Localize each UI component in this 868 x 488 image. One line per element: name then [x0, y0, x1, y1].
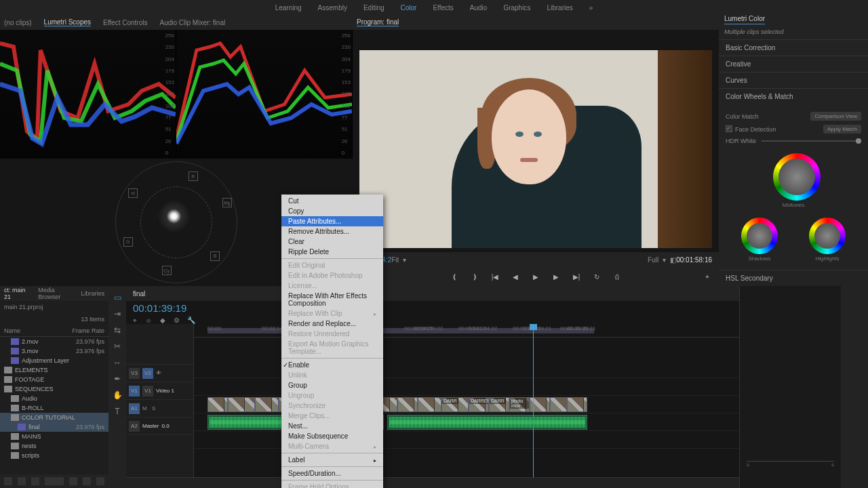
ctx-render-and-replace[interactable]: Render and Replace...	[281, 319, 383, 329]
project-tab[interactable]: Media Browser	[38, 287, 71, 300]
track-v2-target[interactable]: V2	[142, 368, 153, 379]
ctx-make-subsequence[interactable]: Make Subsequence	[281, 431, 383, 441]
video-clip[interactable]	[208, 397, 228, 412]
program-display[interactable]	[359, 50, 712, 248]
slip-tool[interactable]: ↔	[113, 358, 122, 367]
project-item[interactable]: COLOR TUTORIAL	[0, 413, 108, 422]
ctx-speed-duration[interactable]: Speed/Duration...	[281, 468, 383, 479]
workspace-learning[interactable]: Learning	[275, 4, 302, 12]
project-tab[interactable]: ct: main 21	[4, 287, 28, 300]
project-item[interactable]: 2.mov23.976 fps	[0, 337, 108, 346]
highlights-wheel[interactable]	[809, 218, 846, 254]
track-v3-source[interactable]: V3	[129, 368, 140, 379]
ctx-group[interactable]: Group	[281, 380, 383, 390]
track-a2-target[interactable]: A2	[129, 421, 140, 432]
col-name[interactable]: Name	[4, 327, 72, 334]
selection-tool[interactable]: ▭	[113, 293, 122, 302]
sec-basic-correction[interactable]: Basic Correction	[719, 39, 868, 56]
ripple-tool[interactable]: ⇆	[113, 325, 122, 335]
workspace-more-icon[interactable]: »	[589, 4, 593, 12]
workspace-graphics[interactable]: Graphics	[503, 4, 530, 12]
sec-creative[interactable]: Creative	[719, 56, 868, 72]
ctx-copy[interactable]: Copy	[281, 206, 383, 216]
project-tab[interactable]: Libraries	[81, 290, 104, 297]
video-clip[interactable]: DARR	[441, 397, 469, 412]
project-item[interactable]: scripts	[0, 451, 108, 460]
audio-meters[interactable]	[841, 286, 868, 488]
sec-color-wheels[interactable]: Color Wheels & Match	[719, 88, 868, 104]
timeline-ruler[interactable]: 00:0000:00:14:2200:00:29:2100:00:59:2200…	[194, 324, 739, 338]
mark-out-icon[interactable]: ❫	[470, 272, 479, 281]
project-item[interactable]: nests	[0, 441, 108, 451]
project-item[interactable]: ELEMENTS	[0, 365, 108, 375]
track-v2-eye-icon[interactable]: 👁	[156, 370, 163, 377]
workspace-effects[interactable]: Effects	[433, 4, 453, 12]
icon-view-icon[interactable]	[18, 477, 26, 485]
workspace-assembly[interactable]: Assembly	[318, 4, 347, 12]
ctx-replace-with-after-effects-composition[interactable]: Replace With After Effects Composition	[281, 291, 383, 308]
button-editor-icon[interactable]: +	[703, 272, 712, 281]
tab-effect-controls[interactable]: Effect Controls	[103, 19, 147, 26]
ctx-cut[interactable]: Cut	[281, 196, 383, 206]
track-a1[interactable]	[194, 413, 739, 431]
timeline-zoom-scrollbar[interactable]	[126, 477, 739, 488]
workspace-color[interactable]: Color	[401, 4, 417, 12]
step-fwd-icon[interactable]: ▶	[551, 272, 561, 281]
go-out-icon[interactable]: ▶|	[572, 272, 581, 281]
pen-tool[interactable]: ✒	[113, 374, 122, 384]
sec-hsl-secondary[interactable]: HSL Secondary	[719, 270, 868, 286]
playhead[interactable]	[533, 324, 534, 477]
workspace-editing[interactable]: Editing	[363, 4, 384, 12]
video-clip[interactable]	[255, 397, 279, 412]
export-frame-icon[interactable]: ⎙	[612, 272, 622, 281]
hand-tool[interactable]: ✋	[113, 390, 122, 400]
freeform-view-icon[interactable]	[31, 477, 39, 485]
track-v1[interactable]: DARRDARRELLEDARRphoto mov	[194, 396, 739, 413]
video-clip[interactable]	[418, 397, 441, 412]
track-v1-target[interactable]: V1	[142, 386, 153, 396]
ctx-paste-attributes[interactable]: Paste Attributes...	[281, 216, 383, 226]
ctx-label[interactable]: Label	[281, 455, 383, 465]
trash-icon[interactable]	[96, 477, 104, 485]
ctx-nest[interactable]: Nest...	[281, 421, 383, 431]
waveform-rgb-parade-right[interactable]: 2562302041791531281027751260	[176, 30, 353, 159]
step-back-icon[interactable]: ◀	[511, 272, 520, 281]
project-item[interactable]: MAINS	[0, 432, 108, 441]
project-item[interactable]: Audio	[0, 394, 108, 403]
track-select-tool[interactable]: ⇥	[113, 309, 122, 319]
new-item-icon[interactable]	[83, 477, 91, 485]
track-a1-target[interactable]: A1	[129, 403, 140, 414]
play-icon[interactable]: ▶	[531, 272, 540, 281]
tab--no-clips-[interactable]: (no clips)	[4, 19, 32, 26]
track-v2[interactable]	[194, 378, 739, 396]
video-clip[interactable]: DARR	[489, 397, 509, 412]
project-item[interactable]: Adjustment Layer	[0, 356, 108, 365]
track-v1-source[interactable]: V1	[129, 386, 140, 396]
program-fit-dropdown[interactable]: Fit	[391, 256, 399, 264]
new-bin-icon[interactable]	[69, 477, 77, 485]
hdr-white-slider[interactable]	[762, 140, 861, 142]
list-view-icon[interactable]	[4, 477, 12, 485]
ctx-clear[interactable]: Clear	[281, 237, 383, 247]
face-detection-checkbox[interactable]	[726, 125, 732, 132]
midtones-wheel[interactable]	[773, 153, 821, 201]
ctx-ripple-delete[interactable]: Ripple Delete	[281, 247, 383, 257]
project-item[interactable]: 3.mov23.976 fps	[0, 346, 108, 356]
timeline-title[interactable]: final	[133, 290, 145, 298]
video-clip[interactable]	[550, 397, 567, 412]
waveform-rgb-parade-left[interactable]: 2562302041791531281027751260	[0, 30, 176, 159]
col-framerate[interactable]: Frame Rate	[72, 327, 104, 334]
track-a1-mute-icon[interactable]: M	[142, 405, 149, 412]
ctx-remove-attributes[interactable]: Remove Attributes...	[281, 226, 383, 237]
type-tool[interactable]: T	[113, 407, 122, 416]
safe-margins-icon[interactable]: ◧	[670, 256, 676, 264]
project-item[interactable]: final23.976 fps	[0, 422, 108, 432]
loop-icon[interactable]: ↻	[592, 272, 601, 281]
comparison-view-button[interactable]: Comparison View	[810, 112, 861, 121]
apply-match-button[interactable]: Apply Match	[823, 125, 861, 134]
mark-in-icon[interactable]: ❪	[450, 272, 459, 281]
tab-lumetri-scopes[interactable]: Lumetri Scopes	[44, 18, 91, 26]
ctx-enable[interactable]: ✓Enable	[281, 360, 383, 370]
video-clip[interactable]: DARRELLE	[469, 397, 489, 412]
tab-audio-clip-mixer-final[interactable]: Audio Clip Mixer: final	[159, 19, 225, 26]
